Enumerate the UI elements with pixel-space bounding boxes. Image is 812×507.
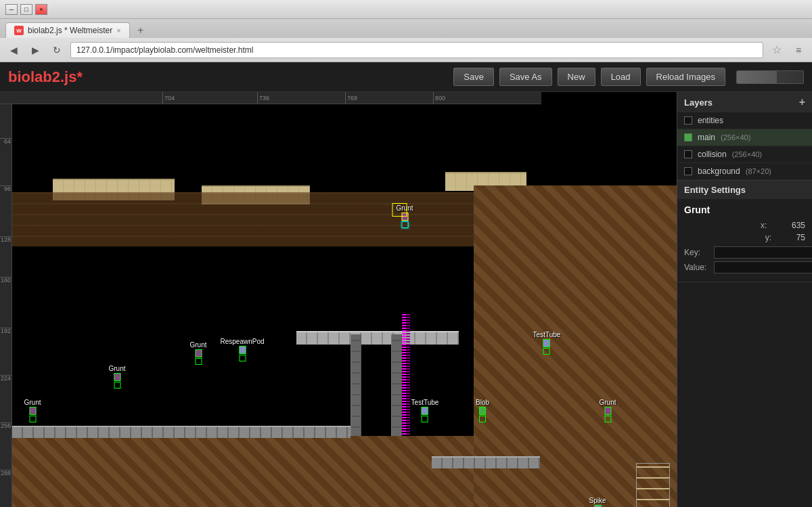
reload-images-button[interactable]: Reload Images (646, 68, 725, 86)
tab-label: biolab2.js * Weltmeister (28, 26, 112, 35)
ground-lower (12, 436, 474, 507)
sidebar: Layers + entities main (256×40) collisio… (677, 92, 812, 507)
nav-back-button[interactable]: ◀ (5, 42, 22, 58)
prop-x-row: x: 635 (684, 221, 805, 230)
ruler-h-tick-800: 800 (433, 92, 445, 104)
address-bar[interactable]: 127.0.0.1/impact/playbiolab.com/weltmeis… (70, 42, 763, 58)
ruler-v-tick-128: 128 (0, 236, 12, 243)
entity-sprite-5 (422, 407, 428, 415)
prop-x-value: 635 (792, 221, 805, 230)
entity-settings-content: Grunt x: 635 y: 75 Key: Value: (677, 199, 812, 282)
window-controls: ─ □ × (5, 4, 47, 15)
ruler-vertical: 6496128160192224256288 (0, 104, 12, 507)
new-tab-button[interactable]: + (133, 23, 149, 38)
tab-favicon: W (14, 26, 24, 35)
layers-section: Layers + entities main (256×40) collisio… (677, 92, 812, 181)
browser-addressbar: ◀ ▶ ↻ 127.0.0.1/impact/playbiolab.com/we… (0, 38, 812, 62)
layer-collision[interactable]: collision (256×40) (677, 146, 812, 163)
entity-sprite-1 (195, 349, 202, 357)
entity-label-1[interactable]: Grunt (189, 341, 206, 365)
layer-name-background: background (698, 167, 740, 176)
layer-entities[interactable]: entities (677, 112, 812, 129)
entity-name: Grunt (684, 204, 805, 215)
app-title-text: biolab2.js (8, 68, 76, 85)
layer-background[interactable]: background (87×20) (677, 163, 812, 180)
prop-value-row: Value: (684, 261, 805, 273)
entity-name-label-2: RespeawnPod (220, 338, 264, 345)
layer-checkbox-entities[interactable] (684, 116, 692, 125)
layer-size-background: (87×20) (746, 167, 771, 175)
game-map[interactable]: GruntGruntRespeawnPodGruntGruntTestTubeB… (12, 104, 677, 507)
layer-size-collision: (256×40) (732, 150, 762, 158)
nav-reload-button[interactable]: ↻ (49, 42, 65, 58)
app-toolbar: biolab2.js* Save Save As New Load Reload… (0, 62, 812, 92)
ruler-horizontal: 704736768800 (0, 92, 541, 104)
lower-plat-1 (12, 426, 351, 438)
load-button[interactable]: Load (601, 68, 641, 86)
layers-title: Layers (684, 97, 713, 108)
ruler-v-tick-288: 288 (0, 470, 12, 477)
prop-key-row: Key: (684, 246, 805, 259)
entity-label-3[interactable]: Grunt (108, 365, 125, 389)
entity-sprite-4 (29, 407, 36, 415)
entity-name-label-4: Grunt (24, 399, 41, 406)
app-container: biolab2.js* Save Save As New Load Reload… (0, 62, 812, 507)
menu-button[interactable]: ≡ (790, 42, 807, 58)
entity-label-2[interactable]: RespeawnPod (220, 338, 264, 361)
ruler-v-tick-160: 160 (0, 277, 12, 284)
ruler-h-tick-704: 704 (162, 92, 175, 104)
lower-plat-2 (432, 456, 540, 468)
entity-name-label-1: Grunt (189, 341, 206, 349)
app-title: biolab2.js* (8, 68, 83, 86)
prop-y-row: y: 75 (684, 233, 805, 242)
new-button[interactable]: New (558, 68, 595, 86)
ruler-h-tick-768: 768 (345, 92, 357, 104)
entity-name-label-5: TestTube (411, 399, 439, 406)
entity-settings-title: Entity Settings (684, 185, 746, 195)
ruler-v-tick-96: 96 (0, 185, 12, 192)
layer-checkbox-background[interactable] (684, 167, 692, 175)
entity-sprite-3 (114, 373, 120, 381)
nav-forward-button[interactable]: ▶ (27, 42, 43, 58)
save-as-button[interactable]: Save As (499, 68, 552, 86)
app-title-asterisk: * (76, 68, 83, 85)
layer-checkbox-main[interactable] (684, 133, 692, 141)
entity-label-5[interactable]: TestTube (411, 399, 439, 422)
prop-y-value: 75 (796, 233, 805, 242)
prop-value-input[interactable] (714, 261, 812, 273)
browser-titlebar: ─ □ × (0, 0, 812, 19)
ruler-v-tick-192: 192 (0, 328, 12, 334)
bookmark-star[interactable]: ☆ (769, 42, 785, 58)
ruler-v-tick-64: 64 (0, 138, 12, 145)
layer-name-entities: entities (698, 116, 723, 125)
ruler-v-tick-224: 224 (0, 375, 12, 382)
prop-key-input[interactable] (714, 246, 812, 259)
game-canvas[interactable]: 704736768800 6496128160192224256288 (0, 92, 677, 507)
entity-label-4[interactable]: Grunt (24, 399, 41, 422)
ruler-v-tick-256: 256 (0, 422, 12, 429)
win-maximize-btn[interactable]: □ (20, 4, 32, 15)
ladder-right (636, 463, 670, 507)
layer-checkbox-collision[interactable] (684, 150, 692, 158)
entity-name-label-3: Grunt (108, 365, 125, 372)
main-content: 704736768800 6496128160192224256288 (0, 92, 812, 507)
add-layer-button[interactable]: + (799, 96, 805, 108)
win-minimize-btn[interactable]: ─ (5, 4, 18, 15)
floor-main (296, 331, 459, 345)
browser-tab[interactable]: W biolab2.js * Weltmeister × (5, 22, 130, 38)
win-close-btn[interactable]: × (35, 4, 47, 15)
prop-value-label: Value: (684, 263, 711, 272)
layer-name-main: main (698, 133, 715, 142)
entity-settings-header: Entity Settings (677, 181, 812, 199)
browser-tab-bar: W biolab2.js * Weltmeister × + (0, 19, 812, 38)
prop-y-label: y: (765, 233, 792, 242)
save-button[interactable]: Save (453, 68, 494, 86)
layers-header: Layers + (677, 92, 812, 112)
entity-settings-section: Entity Settings Grunt x: 635 y: 75 Key: (677, 181, 812, 282)
prop-x-label: x: (761, 221, 788, 230)
layer-main[interactable]: main (256×40) (677, 129, 812, 146)
layer-name-collision: collision (698, 150, 727, 159)
zoom-handle[interactable] (736, 70, 804, 84)
tab-close-btn[interactable]: × (116, 26, 120, 35)
background-sky (12, 104, 677, 185)
